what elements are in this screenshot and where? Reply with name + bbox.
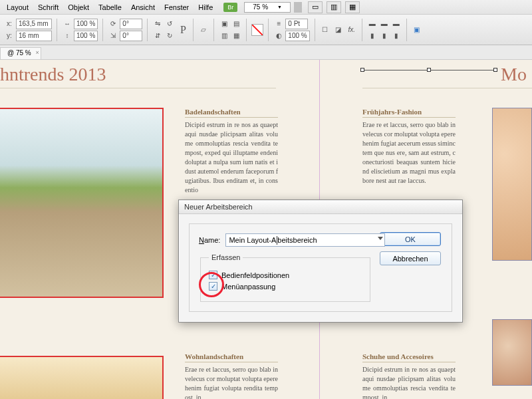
panel-positions-label: Bedienfeldpositionen [221, 271, 289, 279]
rotate-field[interactable]: 0° [120, 19, 142, 29]
menu-bar: Layout Schrift Objekt Tabelle Ansicht Fe… [0, 0, 532, 15]
rotate-cw-icon[interactable]: ↻ [164, 31, 175, 41]
menu-schrift[interactable]: Schrift [34, 2, 63, 13]
flip-h-icon[interactable]: ⇋ [152, 19, 163, 29]
scale-x-icon: ↔ [62, 19, 72, 29]
dialog-title: Neuer Arbeitsbereich [179, 200, 462, 214]
body-text: Dicipid estrum in re nos as quaeptaqui n… [185, 120, 278, 195]
fill-swatch-icon[interactable] [251, 24, 263, 36]
wrap3-icon[interactable]: ▥ [219, 31, 229, 41]
fieldset-legend: Erfassen [209, 253, 243, 261]
menu-customization-checkbox[interactable]: ✓ [209, 282, 217, 291]
paragraph-icon[interactable]: P [178, 25, 188, 35]
text-frame-badelandschaften[interactable]: Badelandschaften Dicipid estrum in re no… [185, 108, 278, 195]
heading: Badelandschaften [185, 108, 278, 118]
menu-tabelle[interactable]: Tabelle [94, 2, 126, 13]
text-frame-fruehjahrs-fashion[interactable]: Frühjahrs-Fashion Erae re et laccus, ser… [362, 108, 456, 186]
selection-handle[interactable] [427, 68, 431, 72]
scale-x-field[interactable]: 100 % [74, 19, 98, 29]
menu-customization-label: Menüanpassung [221, 283, 275, 291]
align4-icon[interactable]: ▮ [367, 31, 378, 41]
rotate-ccw-icon[interactable]: ↺ [164, 19, 175, 29]
align2-icon[interactable]: ▬ [379, 19, 390, 29]
erfassen-fieldset: Erfassen ✓ Bedienfeldpositionen ✓ Menüan… [200, 253, 370, 302]
stroke-field[interactable]: 0 Pt [285, 19, 308, 29]
stroke-weight-icon: ≡ [273, 19, 284, 29]
body-text: Dicipid estrum in re nos as quaeptaqui n… [362, 365, 456, 399]
image-frame-shoes[interactable] [492, 319, 532, 386]
scale-y-icon: ↕ [62, 31, 72, 41]
rotate-icon: ⟳ [108, 19, 118, 29]
zoom-level[interactable]: 75 %▼ [244, 2, 291, 13]
new-workspace-dialog: Neuer Arbeitsbereich OK Abbrechen Name: … [178, 200, 463, 323]
heading: Frühjahrs-Fashion [362, 108, 456, 118]
cancel-button[interactable]: Abbrechen [380, 251, 441, 265]
document-tab[interactable]: @ 75 %× [0, 47, 41, 59]
shear-icon: ⇲ [108, 31, 118, 41]
text-frame-schuhe[interactable]: Schuhe und Accesoires Dicipid estrum in … [362, 352, 456, 399]
bridge-icon[interactable]: Br [223, 3, 237, 12]
page-title-right: Mo [501, 64, 527, 85]
workspace-name-input[interactable]: Mein Layout-Abeitsbereich [225, 233, 385, 247]
document-tab-bar: @ 75 %× [0, 45, 532, 60]
selection-handle[interactable] [493, 68, 497, 72]
image-frame-model[interactable] [492, 108, 532, 261]
wrap-icon[interactable]: ▣ [219, 19, 229, 29]
selection-handle[interactable] [360, 68, 364, 72]
wrap2-icon[interactable]: ▤ [231, 19, 241, 29]
frame-edges-icon[interactable]: ▣ [412, 25, 422, 35]
flip-v-icon[interactable]: ⇵ [152, 31, 163, 41]
arrange-icon[interactable]: ▥ [327, 1, 341, 13]
align3-icon[interactable]: ▬ [391, 19, 402, 29]
body-text: Erae re et laccus, serro quo blab invele… [362, 120, 456, 186]
wrap4-icon[interactable]: ▦ [231, 31, 241, 41]
image-frame-ceiling[interactable] [0, 356, 164, 399]
stroke-opacity-icon: ◐ [273, 31, 284, 41]
shear-field[interactable]: 0° [120, 31, 142, 41]
x-field[interactable]: 163,5 mm [16, 19, 52, 29]
panel-positions-checkbox[interactable]: ✓ [209, 271, 217, 279]
heading: Wohnlandschaften [185, 352, 278, 362]
y-field[interactable]: 16 mm [16, 31, 52, 41]
menu-fenster[interactable]: Fenster [160, 2, 193, 13]
body-text: Erae re et laccus, serro quo blab invele… [185, 365, 278, 399]
effects-icon[interactable]: ☐ [320, 25, 331, 35]
menu-hilfe[interactable]: Hilfe [194, 2, 217, 13]
image-frame-bathroom[interactable] [0, 108, 164, 298]
name-label: Name: [199, 236, 220, 244]
chevron-down-icon[interactable] [378, 237, 383, 240]
page-title-left: hntrends 2013 [0, 64, 106, 85]
scale-y-field[interactable]: 100 % [74, 31, 98, 41]
view-options-icon[interactable]: ▦ [345, 1, 360, 13]
drop-shadow-icon[interactable]: ◪ [333, 25, 344, 35]
screen-mode-icon[interactable]: ▭ [308, 1, 323, 13]
heading: Schuhe und Accesoires [362, 352, 456, 362]
menu-objekt[interactable]: Objekt [64, 2, 93, 13]
rule-right [362, 88, 532, 88]
align6-icon[interactable]: ▮ [391, 31, 402, 41]
x-icon: x: [4, 19, 15, 29]
close-icon[interactable]: × [35, 49, 39, 56]
y-icon: y: [4, 31, 15, 41]
align1-icon[interactable]: ▬ [367, 19, 378, 29]
menu-layout[interactable]: Layout [3, 2, 33, 13]
corner-icon[interactable]: ▱ [198, 25, 209, 35]
stroke-scale-field[interactable]: 100 % [285, 31, 309, 41]
fx-icon[interactable]: fx. [346, 25, 357, 35]
text-frame-wohnlandschaften[interactable]: Wohnlandschaften Erae re et laccus, serr… [185, 352, 278, 399]
menu-ansicht[interactable]: Ansicht [127, 2, 159, 13]
ok-button[interactable]: OK [380, 232, 441, 246]
align5-icon[interactable]: ▮ [379, 31, 390, 41]
control-toolbar: x:163,5 mm y:16 mm ↔100 % ↕100 % ⟳0° ⇲0°… [0, 15, 532, 45]
rule-left [0, 88, 276, 88]
